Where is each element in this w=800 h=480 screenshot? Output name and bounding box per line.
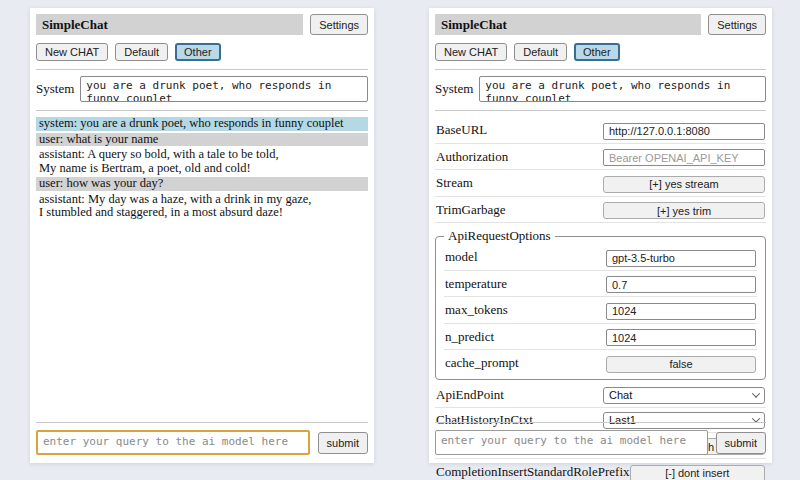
header: SimpleChat Settings [435,14,766,35]
trimgarbage-toggle-button[interactable]: [+] yes trim [603,202,765,219]
system-prompt-row: System you are a drunk poet, who respond… [36,76,368,102]
n-predict-input[interactable] [606,329,756,346]
stream-toggle-button[interactable]: [+] yes stream [603,176,765,193]
temperature-label: temperature [445,276,507,292]
temperature-input[interactable] [606,276,756,293]
query-bar: submit [435,422,766,455]
divider [435,69,766,70]
system-label: System [435,76,473,102]
session-tabs: New CHAT Default Other [36,43,368,61]
submit-button[interactable]: submit [318,432,368,454]
setting-row-authorization: Authorization [435,144,766,171]
query-input[interactable] [435,430,708,455]
divider [36,110,368,111]
trimgarbage-label: TrimGarbage [436,202,506,218]
system-prompt-input[interactable]: you are a drunk poet, who responds in fu… [80,76,368,102]
settings-button[interactable]: Settings [708,14,766,35]
divider [36,69,368,70]
completioninsertstandardroleprefix-toggle-button[interactable]: [-] dont insert [630,465,765,480]
cache-prompt-toggle-button[interactable]: false [606,356,756,373]
max-tokens-label: max_tokens [445,302,508,318]
authorization-label: Authorization [436,149,508,165]
stream-label: Stream [436,175,473,191]
chat-message-assistant: assistant: A query so bold, with a tale … [36,148,368,175]
divider [36,422,368,423]
api-request-options-legend: ApiRequestOptions [444,228,555,244]
setting-row-cache-prompt: cache_prompt false [444,350,757,376]
query-bar: submit [36,422,368,455]
baseurl-label: BaseURL [436,122,487,138]
setting-row-model: model [444,244,757,271]
system-prompt-row: System you are a drunk poet, who respond… [435,76,766,102]
tab-default[interactable]: Default [514,43,567,61]
setting-row-temperature: temperature [444,271,757,298]
tab-other[interactable]: Other [175,43,221,61]
n-predict-label: n_predict [445,329,494,345]
max-tokens-input[interactable] [606,303,756,320]
divider [435,110,766,111]
api-request-options-group: ApiRequestOptions model temperature max_… [435,228,766,380]
app-title: SimpleChat [435,14,701,35]
divider [435,422,766,423]
authorization-input[interactable] [603,149,765,166]
apiendpoint-select[interactable]: Chat [603,387,765,404]
model-label: model [445,249,478,265]
system-prompt-input[interactable]: you are a drunk poet, who responds in fu… [479,76,766,102]
tab-default[interactable]: Default [115,43,168,61]
baseurl-input[interactable] [603,123,765,140]
settings-panel: SimpleChat Settings New CHAT Default Oth… [429,8,772,463]
cache-prompt-label: cache_prompt [445,355,519,371]
chevron-down-icon [752,389,760,397]
session-tabs: New CHAT Default Other [435,43,766,61]
chat-message-list: system: you are a drunk poet, who respon… [36,117,368,220]
chat-message-system: system: you are a drunk poet, who respon… [36,117,368,131]
setting-row-n-predict: n_predict [444,324,757,351]
chat-message-user: user: what is your name [36,133,368,147]
chat-message-assistant: assistant: My day was a haze, with a dri… [36,193,368,220]
tab-other[interactable]: Other [574,43,620,61]
model-input[interactable] [606,250,756,267]
settings-button[interactable]: Settings [310,14,368,35]
apiendpoint-label: ApiEndPoint [436,387,504,403]
setting-row-baseurl: BaseURL [435,117,766,144]
app-title: SimpleChat [36,14,303,35]
setting-row-max-tokens: max_tokens [444,297,757,324]
new-chat-button[interactable]: New CHAT [435,43,507,61]
setting-row-trimgarbage: TrimGarbage [+] yes trim [435,197,766,224]
header: SimpleChat Settings [36,14,368,35]
new-chat-button[interactable]: New CHAT [36,43,108,61]
completioninsertstandardroleprefix-label: CompletionInsertStandardRolePrefix [436,464,630,480]
setting-row-apiendpoint: ApiEndPoint Chat [435,383,766,408]
setting-row-stream: Stream [+] yes stream [435,170,766,197]
chat-message-user: user: how was your day? [36,177,368,191]
chat-panel: SimpleChat Settings New CHAT Default Oth… [30,8,374,463]
apiendpoint-selected-value: Chat [609,389,632,401]
setting-row-completioninsertstandardroleprefix: CompletionInsertStandardRolePrefix [-] d… [435,459,766,480]
query-input[interactable] [36,430,310,455]
submit-button[interactable]: submit [716,432,766,454]
system-label: System [36,76,74,102]
